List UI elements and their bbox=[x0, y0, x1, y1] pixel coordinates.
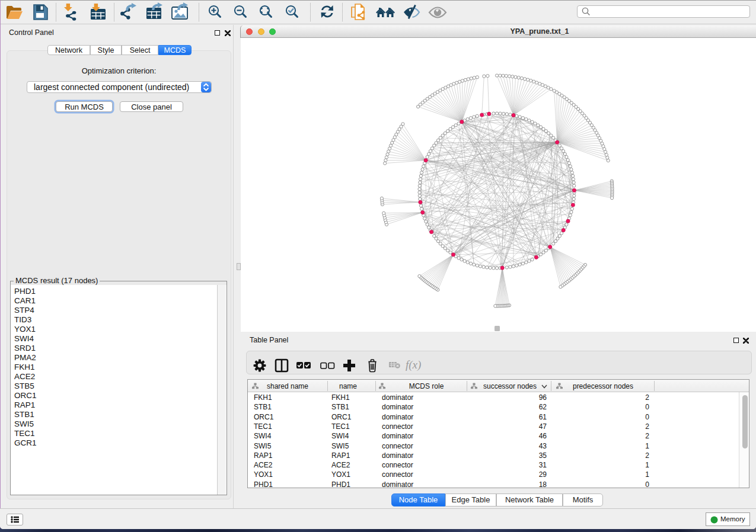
svg-text:f(x): f(x) bbox=[406, 358, 421, 371]
